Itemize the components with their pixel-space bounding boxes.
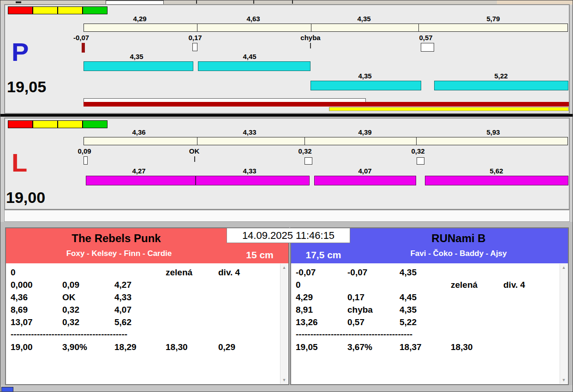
- dog-segment-bar: [310, 81, 421, 90]
- segment-time-label: 4,07: [358, 167, 371, 175]
- segment-divider: [197, 137, 197, 145]
- separator-row: ----------------------------------------: [6, 328, 278, 340]
- status-legend: [8, 120, 107, 128]
- segment-time-label: 4,27: [132, 167, 145, 175]
- scroll-up-icon[interactable]: ▲: [560, 264, 567, 271]
- bottom-window-fragment-strip: [0, 385, 573, 392]
- status-legend: [8, 6, 107, 14]
- cross-mark-label: chyba: [300, 34, 320, 42]
- dashes: ----------------------------------------: [296, 328, 412, 340]
- segment-time-label: 5,22: [494, 72, 507, 80]
- taskbar-fragment: [1, 387, 13, 392]
- cell: 3,67%: [347, 341, 372, 353]
- segment-divider: [416, 137, 417, 145]
- legend-yellow-box: [33, 6, 58, 14]
- table-row: 0 zelená div. 4: [291, 279, 558, 291]
- table-row: 8,91 chyba 4,35: [291, 303, 558, 316]
- cross-mark-label: 0,32: [411, 148, 424, 155]
- table-row: 8,69 0,32 4,07: [6, 303, 278, 316]
- cell: zelená: [451, 279, 478, 291]
- cross-marker: [84, 156, 88, 165]
- split-label: 4,35: [357, 15, 370, 23]
- legend-yellow-box: [33, 120, 58, 128]
- cross-mark-label: -0,07: [73, 34, 89, 42]
- cell: div. 4: [218, 266, 240, 279]
- segment-time-label: 4,35: [358, 72, 371, 80]
- vertical-scrollbar[interactable]: ▲ ▼: [560, 264, 567, 384]
- cell: 8,69: [11, 303, 28, 316]
- cell: 19,00: [11, 341, 33, 353]
- window-fragment: [253, 0, 254, 4]
- dog-segment-bar: [86, 176, 196, 185]
- ok-tick: [194, 156, 195, 162]
- vertical-scrollbar[interactable]: ▲ ▼: [280, 264, 288, 384]
- cell: OK: [62, 291, 76, 303]
- cell: 8,91: [296, 303, 313, 316]
- progress-strip-red: [84, 102, 569, 107]
- progress-strip-yellow: [329, 107, 569, 111]
- scroll-up-icon[interactable]: ▲: [281, 264, 288, 271]
- segment-divider: [418, 24, 419, 31]
- window-fragment: [16, 1, 21, 3]
- segment-time-label: 4,45: [243, 53, 256, 60]
- cross-marker: [417, 157, 424, 165]
- scroll-down-icon[interactable]: ▼: [560, 376, 567, 384]
- cell: 0,17: [347, 291, 364, 303]
- lane-panel-p: P 19,05 4,29 4,63 4,35 5,79 -0,07 0,17 c…: [4, 4, 570, 114]
- cell: 4,35: [400, 303, 417, 316]
- team-panel-left: The Rebels Punk Foxy - Kelsey - Finn - C…: [5, 227, 289, 385]
- lane-letter: L: [12, 150, 27, 176]
- cross-marker: [304, 157, 312, 165]
- cell: 4,29: [296, 291, 313, 303]
- table-row: 13,26 0,57 5,22: [291, 316, 558, 328]
- split-label: 4,39: [358, 129, 371, 136]
- lane-letter: P: [12, 39, 29, 65]
- lane-total-time: 19,05: [7, 79, 46, 95]
- legend-yellow-box-2: [58, 6, 83, 14]
- table-row: 4,29 0,17 4,45: [291, 291, 558, 303]
- cell: 18,37: [400, 341, 422, 353]
- segment-divider: [197, 24, 197, 31]
- legend-red-box: [8, 6, 33, 14]
- cell: 3,90%: [62, 341, 87, 353]
- timestamp: 14.09.2025 11:46:15: [227, 228, 350, 243]
- cell: -0,07: [296, 266, 316, 279]
- team-name: The Rebels Punk: [6, 232, 227, 245]
- split-label: 5,93: [486, 129, 500, 136]
- cross-marker: [192, 43, 197, 51]
- legend-yellow-box-2: [58, 120, 83, 128]
- team-name: RUNami B: [351, 232, 566, 245]
- cell: 0,000: [11, 279, 33, 291]
- lane-panel-l: L 19,00 4,36 4,33 4,39 5,93 0,09 OK 0,32…: [4, 118, 570, 210]
- fault-tick: [310, 43, 311, 48]
- split-label: 4,36: [132, 129, 145, 136]
- team-results-table-left: 0 zelená div. 4 0,000 0,09 4,27 4,36 OK …: [6, 263, 288, 384]
- cell: 0,09: [62, 279, 79, 291]
- legend-green-box: [83, 120, 107, 128]
- cross-mark-label: 0,32: [298, 148, 311, 155]
- table-row: -0,07 -0,07 4,35: [291, 266, 558, 279]
- team-dogs: Foxy - Kelsey - Finn - Cardie: [6, 249, 232, 259]
- segment-divider: [311, 24, 311, 31]
- scroll-down-icon[interactable]: ▼: [281, 376, 288, 384]
- split-label: 4,63: [246, 15, 260, 23]
- table-row: 4,36 OK 4,33: [6, 291, 278, 303]
- window-fragment: [292, 0, 293, 4]
- cell: zelená: [166, 266, 192, 279]
- cell: 18,30: [451, 341, 473, 353]
- cell: 0,29: [218, 341, 235, 353]
- table-row: 0 zelená div. 4: [6, 266, 278, 279]
- cell: 0,32: [62, 316, 79, 328]
- dog-segment-bar: [196, 176, 310, 185]
- timing-app-window: P 19,05 4,29 4,63 4,35 5,79 -0,07 0,17 c…: [0, 0, 573, 392]
- segment-time-label: 4,33: [243, 167, 256, 175]
- window-fragment: [196, 0, 197, 4]
- segment-time-label: 5,62: [489, 167, 503, 175]
- cell: 4,27: [114, 279, 131, 291]
- dog-segment-bar: [198, 61, 310, 71]
- separator-row: ----------------------------------------: [291, 328, 558, 340]
- cross-mark-label: 0,57: [419, 34, 432, 42]
- split-label: 4,29: [133, 15, 146, 23]
- result-row: 19,05 3,67% 18,37 18,30: [291, 341, 558, 353]
- cell: 13,07: [11, 316, 33, 328]
